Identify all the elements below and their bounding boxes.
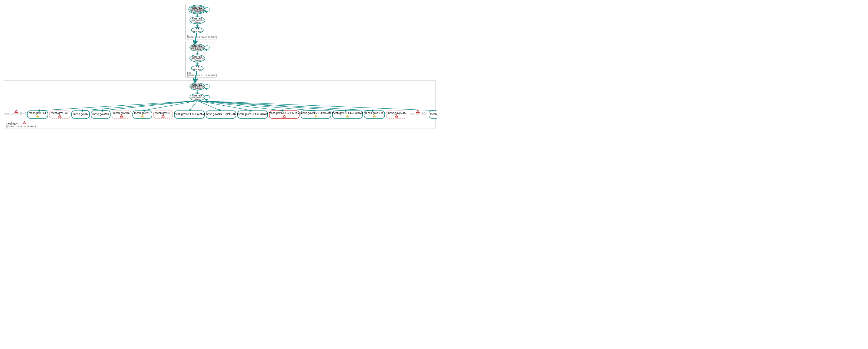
svg-text:1280 bits: 1280 bits	[193, 59, 202, 61]
rrset-node[interactable]: mesh.gov/SOA!	[409, 110, 427, 115]
rrset-label: mesh.gov/SOA	[388, 112, 406, 115]
svg-text:!: !	[284, 115, 284, 117]
rrset-node[interactable]: mesh.gov/AAAA	[429, 111, 437, 118]
edge-gov-ksk-self	[205, 46, 210, 50]
rrset-row: mesh.gov/DNSKEY!mesh.gov/TXT!mesh.gov/TX…	[4, 110, 437, 118]
zone-mesh-label: mesh.gov	[6, 122, 18, 125]
node-mesh-zsk[interactable]: DNSKEY alg=8, id=42033 2048 bits	[190, 94, 205, 101]
rrset-label: mesh.gov/A	[73, 113, 88, 116]
svg-text:digest alg=2: digest alg=2	[192, 68, 203, 70]
node-root-ksk[interactable]: DNSKEY alg=8, id=20326 2048 bits	[189, 5, 206, 14]
svg-text:!: !	[163, 115, 163, 117]
rrset-node[interactable]: mesh.gov/MX	[91, 111, 110, 118]
rrset-node[interactable]: mesh.gov/NSEC3PARAM	[174, 111, 205, 118]
rrset-label: mesh.gov/NSEC3PARAM	[206, 113, 236, 116]
error-icon: !	[162, 115, 165, 117]
svg-text:2048 bits: 2048 bits	[193, 10, 202, 12]
node-root-zsk[interactable]: DNSKEY alg=8, id=18733 2048 bits	[190, 17, 205, 24]
svg-text:!: !	[121, 115, 122, 117]
zone-mesh-timestamp: (2022-12-12 14:30:59 UTC)	[6, 125, 36, 128]
svg-text:!: !	[59, 115, 60, 117]
svg-text:!: !	[16, 110, 17, 113]
svg-text:!: !	[417, 110, 418, 113]
rrset-label: mesh.gov/AAAA	[430, 113, 437, 116]
node-gov-zsk[interactable]: DNSKEY alg=8, id=56278 1280 bits	[190, 55, 205, 62]
rrset-node[interactable]: mesh.gov/DNSKEY!	[4, 110, 28, 115]
error-icon: !	[416, 110, 419, 113]
svg-text:2048 bits: 2048 bits	[193, 88, 202, 89]
svg-text:digest alg=2: digest alg=2	[192, 30, 203, 32]
zone-gov-timestamp: (2022-12-12 11:21:16 UTC)	[187, 74, 217, 77]
edge-zsk-rrset	[38, 101, 197, 111]
dnssec-diagram: . (2022-12-12 08:45:49 UTC) DNSKEY alg=8…	[3, 3, 437, 177]
rrset-label: mesh.gov/TXT	[51, 112, 68, 115]
rrset-label: mesh.gov/NSEC3PARAM	[174, 113, 205, 116]
rrset-node[interactable]: mesh.gov/SOA!	[386, 111, 407, 118]
edge-zsk-rrset	[197, 101, 437, 111]
edge-mesh-zsk-self	[205, 95, 210, 99]
svg-text:!: !	[316, 115, 316, 117]
rrset-label: mesh.gov/NSEC3PARAM	[269, 112, 300, 115]
svg-text:2048 bits: 2048 bits	[193, 98, 202, 100]
rrset-node[interactable]: mesh.gov/MX!	[112, 111, 131, 118]
edge-zsk-rrset	[189, 101, 197, 111]
rrset-label: mesh.gov/NS	[134, 112, 150, 115]
rrset-label: mesh.gov/NS	[155, 112, 171, 115]
svg-text:2048 bits: 2048 bits	[193, 21, 202, 23]
rrset-label: mesh.gov/TXT	[29, 112, 46, 115]
node-mesh-ksk[interactable]: DNSKEY alg=8, id=5749 2048 bits	[190, 83, 205, 90]
svg-text:!: !	[396, 115, 397, 117]
rrset-node[interactable]: mesh.gov/TXT!	[27, 111, 48, 118]
error-icon: !	[15, 110, 18, 113]
rrset-node[interactable]: mesh.gov/NSEC3PARAM!	[332, 111, 363, 118]
error-icon: !	[23, 122, 26, 124]
svg-text:!: !	[24, 122, 25, 124]
edge-gov-ds-to-mesh-ksk	[195, 71, 197, 83]
rrset-label: mesh.gov/MX	[113, 112, 130, 115]
rrset-node[interactable]: mesh.gov/NSEC3PARAM	[206, 111, 236, 118]
svg-text:!: !	[142, 115, 143, 117]
rrset-node[interactable]: mesh.gov/NS!	[154, 111, 173, 118]
svg-rect-25	[4, 80, 435, 129]
edge-root-ds-to-gov-ksk	[195, 33, 197, 45]
svg-text:!: !	[347, 115, 348, 117]
rrset-node[interactable]: mesh.gov/NSEC3PARAM!	[300, 111, 331, 118]
rrset-node[interactable]: mesh.gov/A	[72, 111, 90, 118]
zone-mesh-footer-icon: !	[23, 122, 26, 124]
error-icon: !	[120, 115, 123, 117]
svg-text:!: !	[37, 115, 38, 117]
rrset-label: mesh.gov/NSEC3PARAM	[300, 112, 331, 115]
node-gov-ds[interactable]: DS digest alg=2	[191, 66, 203, 71]
svg-text:!: !	[374, 115, 375, 117]
rrset-node[interactable]: mesh.gov/NSEC3PARAM!	[269, 111, 300, 118]
svg-text:2048 bits: 2048 bits	[193, 49, 202, 51]
zone-root: . (2022-12-12 08:45:49 UTC) DNSKEY alg=8…	[186, 4, 217, 39]
rrset-node[interactable]: mesh.gov/NSEC3PARAM	[237, 111, 268, 118]
rrset-label: mesh.gov/SOA	[365, 112, 383, 115]
error-icon: !	[58, 115, 61, 117]
rrset-node[interactable]: mesh.gov/NS!	[133, 111, 152, 118]
node-gov-ksk[interactable]: DNSKEY alg=8, id=7698 2048 bits	[190, 44, 205, 51]
edge-mesh-ksk-self	[205, 85, 210, 89]
rrset-node[interactable]: mesh.gov/SOA!	[364, 111, 385, 118]
edge-zsk-rrset	[81, 101, 197, 111]
rrset-label: mesh.gov/NSEC3PARAM	[237, 113, 268, 116]
node-root-ds[interactable]: DS digest alg=2	[191, 28, 203, 33]
rrset-node[interactable]: mesh.gov/TXT!	[50, 111, 70, 118]
error-icon: !	[395, 115, 398, 117]
rrset-label: mesh.gov/MX	[92, 113, 109, 116]
rrset-edges	[38, 101, 437, 111]
zone-root-timestamp: (2022-12-12 08:45:49 UTC)	[187, 36, 217, 39]
edge-zsk-rrset	[197, 101, 316, 111]
zone-gov: gov (2022-12-12 11:21:16 UTC) DNSKEY alg…	[186, 42, 217, 77]
rrset-label: mesh.gov/NSEC3PARAM	[332, 112, 363, 115]
zone-mesh: mesh.gov (2022-12-12 14:30:59 UTC) DNSKE…	[4, 80, 437, 129]
